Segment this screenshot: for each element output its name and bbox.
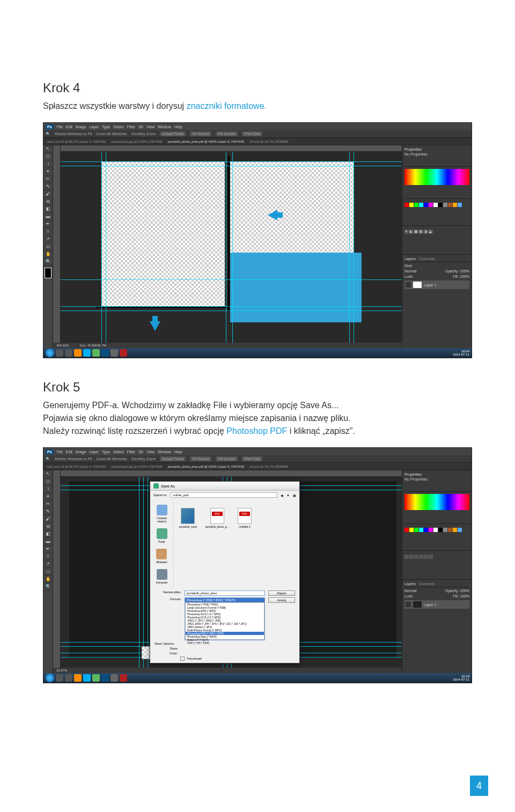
layers-tab-label[interactable]: Layers — [404, 257, 416, 261]
taskbar-app-2-icon-2[interactable] — [65, 674, 72, 682]
print-size-button-2[interactable]: Print Size — [242, 456, 262, 461]
layer-visibility-icon-2[interactable] — [406, 602, 411, 607]
fill-screen-button[interactable]: Fill Screen — [216, 131, 238, 136]
channels-tab-label-2[interactable]: Channels — [419, 582, 435, 586]
tab-3[interactable]: poradnik_photo_pres.pdf @ 415% (Layer 3,… — [168, 140, 245, 143]
eyedropper-tool-icon-2[interactable]: ✎ — [43, 508, 53, 515]
menu-view-2[interactable]: View — [146, 450, 154, 454]
scrubby-check-2[interactable]: Scrubby Zoom — [131, 457, 156, 461]
resize-windows-check-2[interactable]: Resize Windows to Fit — [55, 457, 92, 461]
menu-help-2[interactable]: Help — [174, 450, 182, 454]
menu-image-2[interactable]: Image — [76, 450, 86, 454]
gradient-tool-icon[interactable]: ▬ — [43, 213, 53, 220]
gradient-tool-icon-2[interactable]: ▬ — [43, 538, 53, 545]
crop-tool-icon-2[interactable]: ✂ — [43, 500, 53, 508]
wand-tool-icon[interactable]: ✦ — [43, 168, 53, 175]
tab-3b[interactable]: poradnik_photo_pres.pdf @ 415% (Layer 3,… — [168, 465, 245, 468]
taskbar-ps-icon-2[interactable] — [101, 674, 109, 682]
file-3[interactable]: Untitled-1 — [238, 508, 252, 528]
menu-file[interactable]: File — [57, 125, 63, 129]
nav-views-icon[interactable]: ▦ — [293, 493, 296, 497]
taskbar-app-1-icon[interactable] — [56, 349, 63, 357]
move-tool-icon-2[interactable]: ↖ — [43, 470, 53, 478]
menu-3d-2[interactable]: 3D — [138, 450, 143, 454]
move-tool-icon[interactable]: ↖ — [43, 145, 53, 153]
menu-edit[interactable]: Edit — [66, 125, 72, 129]
fit-screen-button-2[interactable]: Fit Screen — [190, 456, 211, 461]
menu-edit-2[interactable]: Edit — [66, 450, 72, 454]
swatches-grid[interactable] — [404, 203, 469, 207]
adjustments-grid[interactable]: ☀◐▣▤◑◒ — [404, 230, 469, 234]
start-button-icon[interactable] — [46, 349, 54, 357]
tab-2[interactable]: photoshop1.jpg @ 8,33% (CMYK/8) — [111, 140, 162, 143]
taskbar-app-grey-icon-2[interactable] — [111, 674, 118, 682]
dialog-file-area[interactable]: poradnik_corel poradnik_photo_p... Untit… — [174, 503, 299, 588]
loc-libraries[interactable]: Biblioteki — [156, 549, 167, 564]
file-2[interactable]: poradnik_photo_p... — [205, 508, 229, 528]
menu-select-2[interactable]: Select — [113, 450, 123, 454]
menu-layer[interactable]: Layer — [89, 125, 99, 129]
hand-tool-icon[interactable]: ✋ — [43, 250, 53, 258]
canvas-area-2[interactable]: Save As Zapisz w: online_psd ◀ ▲ ▦ Ostat… — [53, 470, 402, 674]
canvas-area[interactable]: 400,91% Doc: 70,3M/30,7M — [53, 145, 402, 349]
lasso-tool-icon[interactable]: ⌇ — [43, 160, 53, 168]
pen-tool-icon[interactable]: ✒ — [43, 220, 53, 228]
stamp-tool-icon[interactable]: ⧉ — [43, 198, 53, 205]
menu-filter[interactable]: Filter — [127, 125, 136, 129]
eraser-tool-icon[interactable]: ◧ — [43, 205, 53, 213]
crop-tool-icon[interactable]: ✂ — [43, 175, 53, 183]
scrubby-check[interactable]: Scrubby Zoom — [131, 132, 156, 136]
taskbar-firefox-icon[interactable] — [74, 349, 82, 357]
menu-view[interactable]: View — [146, 125, 154, 129]
loc-desktop[interactable]: Pulpit — [157, 528, 167, 543]
thumbnail-checkbox[interactable] — [180, 656, 185, 661]
brush-tool-icon-2[interactable]: 🖌 — [43, 515, 53, 523]
layer-visibility-icon[interactable] — [406, 282, 411, 287]
channels-tab-label[interactable]: Channels — [419, 257, 435, 261]
eraser-tool-icon-2[interactable]: ◧ — [43, 530, 53, 538]
loc-computer[interactable]: Komputer — [156, 569, 168, 584]
taskbar-skype-icon-2[interactable] — [83, 674, 91, 682]
taskbar-adobe-icon-2[interactable] — [120, 674, 127, 682]
swatches-grid-2[interactable] — [404, 528, 469, 532]
start-button-icon-2[interactable] — [46, 674, 54, 682]
fg-color-icon[interactable] — [45, 268, 52, 278]
menu-window[interactable]: Window — [158, 125, 171, 129]
layer-row-2[interactable]: Layer 1 — [404, 600, 469, 609]
zapisz-button[interactable]: Zapisz — [268, 590, 295, 596]
layer-row[interactable]: Layer 1 — [404, 280, 469, 289]
menu-select[interactable]: Select — [113, 125, 123, 129]
zoom-all-check[interactable]: Zoom All Windows — [96, 132, 127, 136]
taskbar-adobe-icon[interactable] — [120, 349, 127, 357]
tab-1b[interactable]: card_icon.tif @ 66,7% (Layer 4, CMYK/8) — [47, 465, 106, 468]
menu-filter-2[interactable]: Filter — [127, 450, 136, 454]
taskbar-app-grey-icon[interactable] — [111, 349, 118, 357]
fill-screen-button-2[interactable]: Fill Screen — [216, 456, 238, 461]
menu-layer-2[interactable]: Layer — [89, 450, 99, 454]
marquee-tool-icon[interactable]: ◻ — [43, 153, 53, 160]
taskbar-app-1-icon-2[interactable] — [56, 674, 63, 682]
hand-tool-icon-2[interactable]: ✋ — [43, 575, 53, 583]
blend-mode-2[interactable]: Normal — [404, 589, 417, 593]
type-tool-icon-2[interactable]: T — [43, 553, 53, 560]
zoom-all-check-2[interactable]: Zoom All Windows — [96, 457, 127, 461]
pen-tool-icon-2[interactable]: ✒ — [43, 545, 53, 553]
blend-mode[interactable]: Normal — [404, 269, 417, 273]
lasso-tool-icon-2[interactable]: ⌇ — [43, 485, 53, 493]
brush-tool-icon[interactable]: 🖌 — [43, 190, 53, 198]
anuluj-button[interactable]: Anuluj — [268, 597, 295, 603]
tab-2b[interactable]: photoshop1.jpg @ 8,33% (CMYK/8) — [111, 465, 162, 468]
taskbar-skype-icon[interactable] — [83, 349, 91, 357]
taskbar-app-green-icon[interactable] — [92, 349, 100, 357]
zoom-tool-button-icon-2[interactable]: 🔍 — [43, 583, 53, 590]
print-size-button[interactable]: Print Size — [242, 131, 262, 136]
tab-1[interactable]: card_icon.tif @ 66,7% (Layer 4, CMYK/8) — [47, 140, 106, 143]
menu-type[interactable]: Type — [102, 125, 110, 129]
menu-3d[interactable]: 3D — [138, 125, 143, 129]
nav-back-icon[interactable]: ◀ — [281, 493, 283, 497]
tab-4[interactable]: A4.psd @ 16,7% (RGB/8#) — [249, 140, 288, 143]
path-tool-icon[interactable]: ↗ — [43, 235, 53, 243]
menu-file-2[interactable]: File — [57, 450, 63, 454]
color-spectrum-2[interactable] — [404, 494, 469, 510]
shape-tool-icon-2[interactable]: ▭ — [43, 568, 53, 575]
